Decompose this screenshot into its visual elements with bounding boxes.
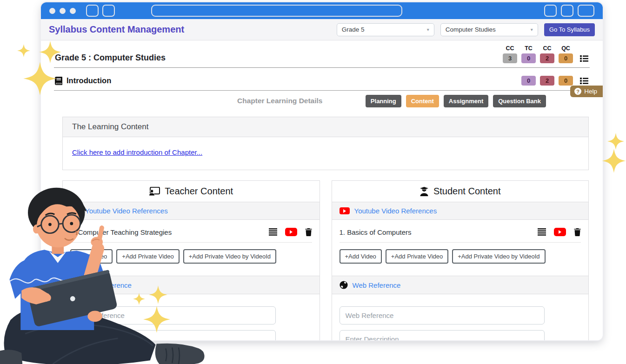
- browser-tab-buttons: [86, 5, 115, 17]
- sparkle-icon: [23, 62, 57, 95]
- count-badge: 2: [540, 76, 554, 86]
- count-badge: 2: [540, 53, 554, 63]
- youtube-play-icon[interactable]: [285, 228, 297, 236]
- grade-select[interactable]: Grade 5 ▾: [337, 23, 434, 36]
- count-label: QC: [561, 45, 570, 52]
- list-icon[interactable]: [579, 54, 589, 63]
- tab-assignment[interactable]: Assignment: [444, 95, 488, 107]
- browser-tab-button: [102, 5, 115, 17]
- student-video-item: 1. Basics of Computers: [332, 220, 589, 276]
- sparkle-icon: [149, 285, 167, 304]
- grade-overview-row: Grade 5 : Computer Studies CC 3 TC 0 CC …: [54, 42, 590, 68]
- count-badge: 0: [559, 76, 573, 86]
- sparkle-icon: [143, 306, 170, 333]
- student-web-reference-header: Web Reference: [353, 281, 401, 289]
- user-graduate-icon: [420, 187, 429, 196]
- help-button-label: Help: [584, 88, 597, 95]
- tab-group: Planning Content Assignment Question Ban…: [366, 95, 546, 107]
- student-content-title: Student Content: [433, 186, 501, 197]
- tab-content[interactable]: Content: [406, 95, 439, 107]
- learning-content-card: The Learning Content Click here to add i…: [62, 117, 589, 170]
- subject-select[interactable]: Computer Studies ▾: [440, 23, 538, 36]
- count-badge: 0: [521, 76, 536, 86]
- chevron-down-icon: ▾: [427, 27, 429, 32]
- tab-question-bank[interactable]: Question Bank: [493, 95, 546, 107]
- learning-content-header: The Learning Content: [63, 117, 588, 137]
- subject-select-value: Computer Studies: [446, 26, 496, 33]
- chapter-row: Introduction 0 2 0: [54, 68, 590, 91]
- student-web-reference-input[interactable]: [340, 306, 545, 324]
- chevron-down-icon: ▾: [531, 27, 533, 32]
- page-title: Syllabus Content Management: [49, 24, 184, 35]
- teacher-video-actions: [269, 228, 312, 236]
- add-video-button[interactable]: +Add Video: [340, 249, 382, 264]
- align-justify-icon[interactable]: [538, 228, 546, 236]
- count-label: TC: [525, 45, 533, 52]
- globe-icon: [340, 281, 348, 289]
- sparkle-icon: [602, 149, 626, 173]
- student-description-input[interactable]: [340, 330, 545, 340]
- sparkle-icon: [133, 293, 145, 305]
- count-column: CC 3: [503, 45, 517, 63]
- student-add-buttons: +Add Video +Add Private Video +Add Priva…: [340, 249, 581, 264]
- add-private-video-by-id-button[interactable]: +Add Private Video by VideoId: [452, 249, 545, 264]
- traffic-lights-icon: [49, 8, 76, 14]
- address-bar: [151, 5, 402, 17]
- window-control-button: [561, 5, 573, 17]
- traffic-light-dot: [70, 8, 76, 14]
- list-icon[interactable]: [579, 76, 589, 86]
- count-label: CC: [506, 45, 514, 52]
- tabs-row: Chapter Learning Details Planning Conten…: [54, 91, 590, 111]
- count-badge: 3: [503, 53, 517, 63]
- help-button[interactable]: ? Help: [570, 86, 603, 97]
- chapter-counts: 0 2 0: [521, 76, 589, 86]
- app-header: Syllabus Content Management Grade 5 ▾ Co…: [41, 19, 603, 40]
- window-control-button: [578, 5, 594, 17]
- learning-content-body: Click here to add introduction of Chapte…: [63, 137, 588, 170]
- browser-tab-button: [86, 5, 99, 17]
- chapter-title: Introduction: [55, 76, 111, 85]
- question-circle-icon: ?: [574, 88, 581, 95]
- count-column: CC 2: [540, 45, 554, 63]
- trash-icon[interactable]: [574, 228, 581, 236]
- student-youtube-header: Youtube Video References: [354, 207, 437, 215]
- trash-icon[interactable]: [305, 228, 312, 236]
- traffic-light-dot: [60, 8, 66, 14]
- count-column: QC 0: [559, 45, 573, 63]
- align-justify-icon[interactable]: [269, 228, 277, 236]
- window-controls: [544, 5, 594, 17]
- count-badge: 0: [521, 53, 536, 63]
- add-chapter-intro-link[interactable]: Click here to add introduction of Chapte…: [72, 148, 202, 156]
- add-private-video-button[interactable]: +Add Private Video: [386, 249, 448, 264]
- student-youtube-band: Youtube Video References: [332, 202, 589, 220]
- count-column: TC 0: [521, 45, 536, 63]
- go-to-syllabus-button[interactable]: Go To Syllabus: [544, 23, 595, 36]
- grade-subject-heading: Grade 5 : Computer Studies: [55, 53, 166, 63]
- count-badge: 0: [559, 53, 573, 63]
- student-content-column: Student Content Youtube Video References…: [332, 180, 589, 340]
- student-web-reference-form: [332, 294, 589, 340]
- sparkle-icon: [17, 44, 30, 57]
- student-content-header: Student Content: [332, 181, 589, 202]
- window-control-button: [544, 5, 557, 17]
- youtube-play-icon[interactable]: [554, 228, 566, 236]
- sparkle-icon: [607, 133, 624, 150]
- overview-counts: CC 3 TC 0 CC 2 QC 0: [503, 45, 589, 63]
- student-video-actions: [538, 228, 581, 236]
- tabs-caption: Chapter Learning Details: [237, 97, 322, 105]
- grade-select-value: Grade 5: [342, 26, 365, 33]
- sparkle-icon: [39, 41, 61, 63]
- count-label: CC: [543, 45, 551, 52]
- student-video-title: 1. Basics of Computers: [340, 228, 412, 236]
- chapter-title-text: Introduction: [67, 76, 111, 85]
- traffic-light-dot: [49, 8, 55, 14]
- browser-titlebar: [41, 2, 603, 19]
- student-web-reference-band: Web Reference: [332, 276, 589, 294]
- person-illustration: [0, 182, 210, 364]
- youtube-icon: [340, 207, 350, 214]
- tab-planning[interactable]: Planning: [366, 95, 401, 107]
